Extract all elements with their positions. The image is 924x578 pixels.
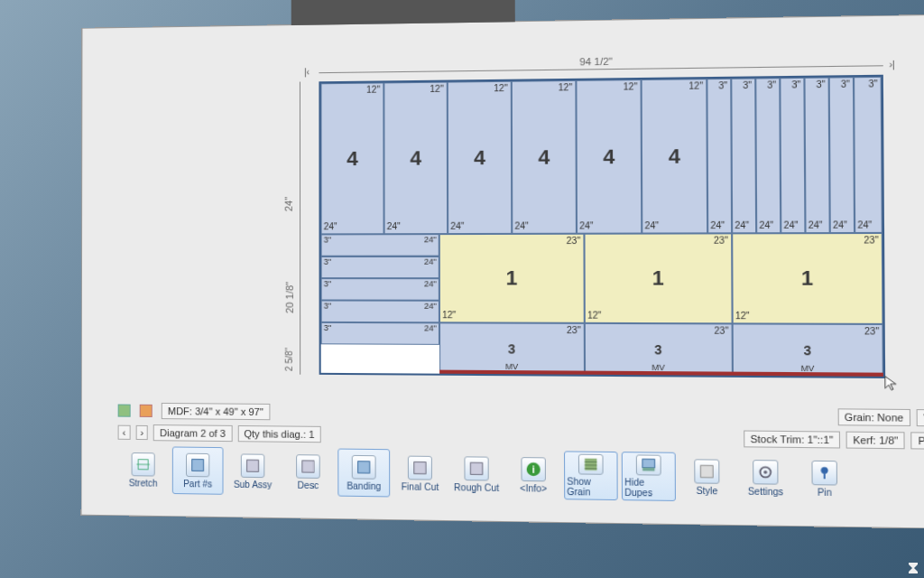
info-icon: i bbox=[521, 457, 546, 481]
parts-button[interactable]: Part #s bbox=[172, 446, 224, 494]
svg-rect-11 bbox=[642, 468, 655, 471]
stretch-icon bbox=[132, 452, 155, 477]
preview-panel bbox=[291, 0, 515, 25]
parts-icon bbox=[186, 452, 209, 477]
piece-narrow[interactable]: 3"24" bbox=[804, 78, 829, 234]
pin-button[interactable]: Pin bbox=[797, 453, 853, 504]
roughcut-icon bbox=[464, 456, 488, 480]
finalcut-icon bbox=[408, 455, 432, 480]
hourglass-icon bbox=[906, 562, 920, 576]
cutlist-window: |‹ 94 1/2" ›| 24" 20 1/8" 2 5/8" 12" 4 2… bbox=[81, 14, 924, 529]
qty-chip: Qty this diag.: 1 bbox=[237, 425, 320, 443]
toolbar: Stretch Part #s Sub Assy Desc Banding Fi… bbox=[118, 446, 924, 509]
svg-rect-1 bbox=[192, 459, 204, 471]
banding-button[interactable]: Banding bbox=[337, 449, 390, 498]
piece-4[interactable]: 12" 4 24" bbox=[448, 81, 512, 234]
subassy-button[interactable]: Sub Assy bbox=[227, 447, 279, 496]
piece-narrow[interactable]: 3"24" bbox=[829, 77, 855, 233]
cursor-icon bbox=[883, 375, 901, 392]
roughcut-button[interactable]: Rough Cut bbox=[450, 450, 504, 499]
subassy-icon bbox=[241, 453, 264, 478]
material-chip: MDF: 3/4" x 49" x 97" bbox=[162, 403, 270, 420]
piece-4[interactable]: 12" 4 24" bbox=[383, 82, 448, 235]
piece-1[interactable]: 23" 1 12" bbox=[439, 234, 585, 323]
refresh-icon[interactable] bbox=[118, 405, 131, 417]
prev-button[interactable]: ‹ bbox=[118, 425, 131, 440]
settings-button[interactable]: Settings bbox=[738, 453, 793, 503]
piece-narrow[interactable]: 3"24" bbox=[755, 78, 781, 233]
diagram-chip: Diagram 2 of 3 bbox=[153, 424, 232, 442]
vendor-chip: Vend bbox=[917, 409, 924, 426]
svg-rect-4 bbox=[358, 461, 370, 472]
stocktrim-chip: Stock Trim: 1"::1" bbox=[744, 431, 840, 449]
piece-1[interactable]: 23" 1 12" bbox=[732, 233, 882, 324]
kerf-chip: Kerf: 1/8" bbox=[845, 432, 905, 450]
info-button[interactable]: i<Info> bbox=[507, 451, 560, 500]
piece-narrow[interactable]: 3"24" bbox=[731, 79, 756, 234]
svg-point-15 bbox=[821, 466, 828, 473]
banding-icon bbox=[352, 454, 376, 479]
piece-4[interactable]: 12" 4 24" bbox=[512, 80, 577, 234]
svg-rect-6 bbox=[470, 462, 482, 474]
ruler-vertical: 24" 20 1/8" 2 5/8" bbox=[287, 81, 306, 374]
svg-rect-12 bbox=[700, 465, 713, 477]
gear-icon bbox=[753, 460, 778, 485]
dupes-icon bbox=[636, 454, 661, 475]
style-button[interactable]: Style bbox=[679, 452, 735, 502]
desc-button[interactable]: Desc bbox=[282, 448, 334, 497]
strip[interactable]: 3"24" bbox=[321, 322, 439, 345]
svg-rect-10 bbox=[642, 459, 655, 468]
grain-chip: Grain: None bbox=[837, 408, 910, 426]
material-icon[interactable] bbox=[140, 405, 152, 417]
piece-3[interactable]: 23" 3 MV bbox=[439, 322, 585, 374]
piece-3[interactable]: 23" 3 MV bbox=[733, 323, 883, 376]
piece-narrow[interactable]: 3"24" bbox=[854, 77, 882, 233]
pin-icon bbox=[811, 460, 837, 485]
strip[interactable]: 3"24" bbox=[321, 234, 439, 256]
strip[interactable]: 3"24" bbox=[321, 301, 439, 323]
piece-4[interactable]: 12" 4 24" bbox=[576, 79, 642, 234]
partp-chip: Part P bbox=[911, 432, 924, 450]
sheet-layout[interactable]: 12" 4 24" 12" 4 24" 12" 4 24" 12" 4 24" … bbox=[319, 75, 885, 378]
desc-icon bbox=[296, 454, 320, 479]
piece-1[interactable]: 23" 1 12" bbox=[584, 233, 732, 323]
strip[interactable]: 3"24" bbox=[321, 278, 439, 301]
svg-rect-2 bbox=[247, 460, 259, 471]
sheet-width-label: 94 1/2" bbox=[576, 56, 616, 68]
svg-rect-5 bbox=[414, 461, 426, 473]
piece-narrow[interactable]: 3"24" bbox=[707, 79, 732, 234]
svg-text:i: i bbox=[532, 462, 535, 473]
stretch-button[interactable]: Stretch bbox=[118, 446, 169, 494]
piece-4[interactable]: 12" 4 24" bbox=[642, 79, 708, 233]
piece-3[interactable]: 23" 3 MV bbox=[585, 323, 733, 376]
piece-4[interactable]: 12" 4 24" bbox=[320, 82, 383, 234]
svg-rect-3 bbox=[302, 461, 314, 472]
grain-icon bbox=[578, 454, 604, 475]
svg-point-14 bbox=[763, 470, 767, 473]
hidedupes-button[interactable]: Hide Dupes bbox=[622, 452, 676, 501]
finalcut-button[interactable]: Final Cut bbox=[393, 449, 446, 498]
style-icon bbox=[694, 459, 719, 484]
ruler-horizontal: |‹ 94 1/2" ›| bbox=[319, 52, 882, 79]
showgrain-button[interactable]: Show Grain bbox=[564, 451, 618, 500]
strip[interactable]: 3"24" bbox=[321, 256, 439, 279]
piece-narrow[interactable]: 3"24" bbox=[780, 78, 805, 233]
next-button[interactable]: › bbox=[135, 425, 148, 440]
